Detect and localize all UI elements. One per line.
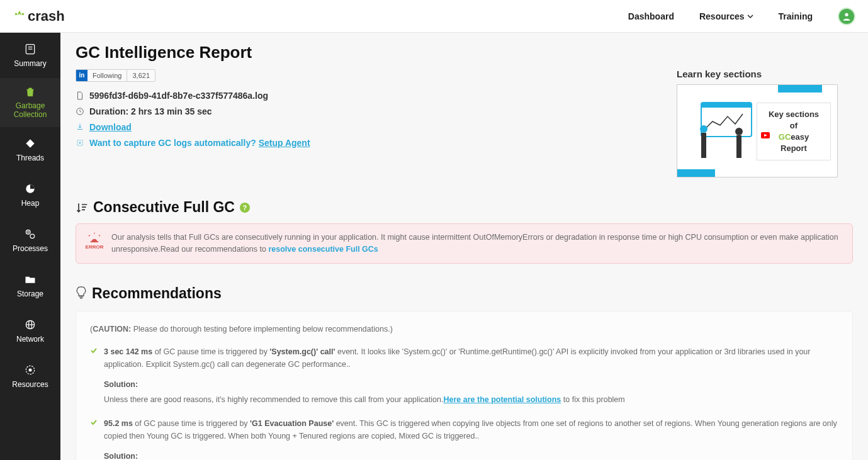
topnav: Dashboard Resources Training [628,8,855,25]
chevron-down-icon [747,13,753,20]
help-icon[interactable]: ? [240,203,250,213]
recommendation-item: 3 sec 142 ms of GC pause time is trigger… [90,345,838,406]
sidebar-item-heap[interactable]: Heap [0,172,60,218]
file-row: 5996fd3f-d6b9-41df-8b7e-c337f577486a.log [76,91,651,101]
caution-label: CAUTION: [93,325,131,334]
video-line: GC [779,132,791,142]
rec-text: of GC pause time is triggered by [133,419,250,428]
nav-resources-label: Resources [699,11,745,21]
threads-icon [24,137,37,150]
sidebar-item-threads[interactable]: Threads [0,127,60,172]
consecutive-full-gc-header: Consecutive Full GC ? [76,199,853,216]
svg-point-16 [79,142,81,143]
svg-rect-18 [701,103,752,108]
resolve-link[interactable]: resolve consecutive Full GCs [268,245,378,254]
resources-icon [24,364,37,376]
nav-training[interactable]: Training [779,11,813,21]
svg-point-19 [700,125,707,133]
recommendations-box: (CAUTION: Please do thorough testing bef… [76,311,853,461]
brand-text: crash [28,8,65,25]
error-alert: ERROR Our analysis tells that Full GCs a… [76,223,853,264]
rec-time: 3 sec 142 ms [104,347,152,356]
rec-trigger: 'System.gc()' call' [269,347,335,356]
recommendations-header: Recommendations [76,285,853,302]
caution-text: Please do thorough testing before implem… [131,325,393,334]
video-decoration [677,169,715,177]
processes-icon [24,228,37,240]
sidebar-item-storage[interactable]: Storage [0,263,60,308]
potential-solutions-link[interactable]: Here are the potential solutions [443,395,561,404]
sort-icon [76,201,88,214]
storage-icon [24,273,37,286]
capture-prompt: Want to capture GC logs automatically? [89,138,259,148]
learn-sections-title: Learn key sections [677,69,853,79]
logo-icon [13,9,26,23]
duration-row: Duration: 2 hrs 13 min 35 sec [76,106,651,116]
solution-text: Unless there are good reasons, it's high… [104,395,443,404]
download-link[interactable]: Download [89,122,132,132]
nav-resources[interactable]: Resources [699,11,753,21]
sidebar-label: Threads [16,154,44,162]
svg-rect-17 [701,103,752,137]
error-label: ERROR [86,244,104,251]
heap-icon [24,182,37,195]
video-card-text: Key sections of GCeasy Report [757,103,831,160]
video-line: of [790,120,798,132]
svg-rect-24 [91,241,99,242]
bulb-icon [76,286,87,300]
rec-trigger: 'G1 Evacuation Pause' [250,419,334,428]
setup-agent-link[interactable]: Setup Agent [259,138,310,148]
linkedin-follower-count: 3,621 [127,70,155,81]
recommendation-item: 95.2 ms of GC pause time is triggered by… [90,417,838,461]
sidebar-item-garbage-collection[interactable]: Garbage Collection [0,78,60,127]
section-title: Consecutive Full GC [93,199,235,216]
page-title: GC Intelligence Report [76,43,853,62]
sidebar-item-summary[interactable]: Summary [0,33,60,78]
check-icon [90,347,98,354]
sidebar-label: Processes [13,244,48,253]
sidebar-item-processes[interactable]: Processes [0,218,60,263]
video-line: Report [781,143,807,154]
summary-icon [24,43,37,55]
duration-label: Duration: [89,106,131,116]
sidebar-label: Storage [17,289,43,298]
alert-body: Our analysis tells that Full GCs are con… [111,233,838,254]
svg-point-13 [29,368,32,371]
learn-video-thumbnail[interactable]: Key sections of GCeasy Report [677,84,838,177]
setup-agent-row: Want to capture GC logs automatically? S… [76,138,651,148]
svg-point-21 [735,128,743,135]
alarm-icon [87,232,101,243]
video-illustration [692,99,765,167]
rec-time: 95.2 ms [104,419,133,428]
section-title: Recommendations [92,285,222,302]
linkedin-icon: in [76,70,87,81]
logo[interactable]: crash [13,8,65,25]
video-decoration [778,85,822,93]
error-badge: ERROR [85,232,104,251]
linkedin-follow-badge[interactable]: in Following 3,621 [76,69,155,82]
sidebar-label: Resources [12,380,48,389]
video-line: easy [791,132,809,142]
download-row: Download [76,122,651,132]
filename: 5996fd3f-d6b9-41df-8b7e-c337f577486a.log [89,91,268,101]
avatar[interactable] [838,8,855,25]
user-icon [842,11,852,21]
sidebar-label: Network [16,335,44,344]
main-content: GC Intelligence Report in Following 3,62… [60,33,868,460]
linkedin-following-label: Following [87,70,127,81]
check-icon [90,418,98,426]
alert-text: Our analysis tells that Full GCs are con… [111,232,843,255]
download-icon [76,123,84,132]
sidebar-label: Garbage Collection [0,101,60,120]
sidebar: Summary Garbage Collection Threads Heap … [0,33,60,460]
duration-value: 2 hrs 13 min 35 sec [131,106,211,116]
sidebar-item-resources[interactable]: Resources [0,354,60,399]
sidebar-label: Summary [14,59,46,68]
clock-icon [76,107,84,116]
network-icon [24,318,37,331]
sidebar-label: Heap [21,199,40,208]
trash-icon [25,86,36,98]
svg-point-0 [845,13,848,16]
sidebar-item-network[interactable]: Network [0,308,60,354]
nav-dashboard[interactable]: Dashboard [628,11,674,21]
